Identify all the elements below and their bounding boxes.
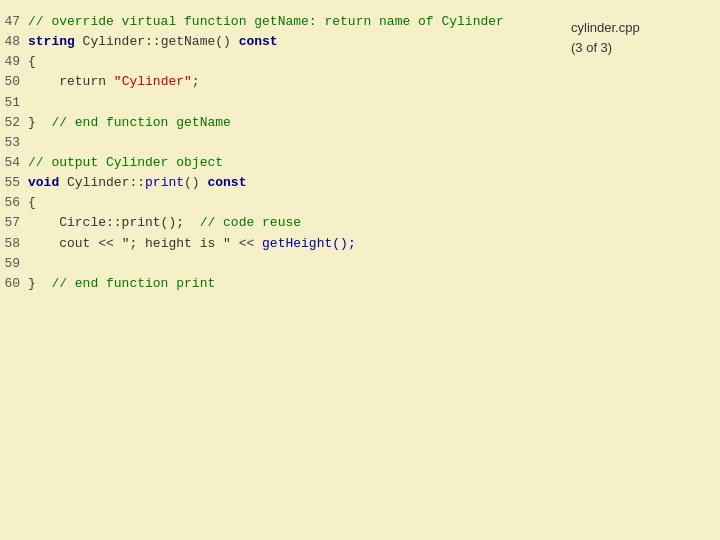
code-content: Circle::print(); // code reuse [28,213,301,233]
code-content: } // end function print [28,274,215,294]
token: () [184,175,207,190]
token: const [239,34,278,49]
code-line: 60} // end function print [0,274,555,294]
code-line: 53 [0,133,555,153]
code-content: // output Cylinder object [28,153,223,173]
pages: (3 of 3) [571,38,640,58]
code-line: 50 return "Cylinder"; [0,72,555,92]
token: const [207,175,246,190]
code-content: // override virtual function getName: re… [28,12,504,32]
line-number: 52 [0,113,28,133]
line-number: 60 [0,274,28,294]
code-content: void Cylinder::print() const [28,173,246,193]
line-number: 50 [0,72,28,92]
token: } [28,115,51,130]
line-number: 47 [0,12,28,32]
token: Circle::print(); [28,215,200,230]
code-content: { [28,52,36,72]
code-line: 57 Circle::print(); // code reuse [0,213,555,233]
token: cout [28,236,90,251]
code-line: 48string Cylinder::getName() const [0,32,555,52]
code-content: return "Cylinder"; [28,72,200,92]
code-content: { [28,193,36,213]
code-content: string Cylinder::getName() const [28,32,278,52]
code-line: 58 cout << "; height is " << getHeight()… [0,234,555,254]
code-content: } // end function getName [28,113,231,133]
code-content [28,93,36,113]
line-number: 49 [0,52,28,72]
code-line: 51 [0,93,555,113]
line-number: 48 [0,32,28,52]
code-line: 55void Cylinder::print() const [0,173,555,193]
token: // code reuse [200,215,301,230]
token: print [145,175,184,190]
line-number: 55 [0,173,28,193]
token: ; [192,74,200,89]
code-content [28,133,36,153]
token: } [28,276,51,291]
line-number: 53 [0,133,28,153]
line-number: 59 [0,254,28,274]
token: // output Cylinder object [28,155,223,170]
main-container: 47// override virtual function getName: … [0,0,720,540]
code-line: 49{ [0,52,555,72]
token: void [28,175,59,190]
code-line: 52} // end function getName [0,113,555,133]
line-number: 54 [0,153,28,173]
line-number: 57 [0,213,28,233]
token: { [28,54,36,69]
filename: cylinder.cpp [571,18,640,38]
line-number: 58 [0,234,28,254]
token: return [28,74,114,89]
token: string [28,34,75,49]
code-panel: 47// override virtual function getName: … [0,8,555,532]
line-number: 51 [0,93,28,113]
token: { [28,195,36,210]
code-line: 59 [0,254,555,274]
token: "Cylinder" [114,74,192,89]
code-line: 54// output Cylinder object [0,153,555,173]
token: Cylinder:: [59,175,145,190]
code-line: 47// override virtual function getName: … [0,12,555,32]
token: // end function getName [51,115,230,130]
file-info: cylinder.cpp (3 of 3) [571,18,640,57]
token: // override virtual function getName: re… [28,14,504,29]
info-panel: cylinder.cpp (3 of 3) [555,8,720,532]
line-number: 56 [0,193,28,213]
code-content: cout << "; height is " << getHeight(); [28,234,356,254]
code-line: 56{ [0,193,555,213]
token: // end function print [51,276,215,291]
token: Cylinder::getName() [75,34,239,49]
code-content [28,254,36,274]
token: getHeight(); [262,236,356,251]
token: << "; height is " << [90,236,262,251]
